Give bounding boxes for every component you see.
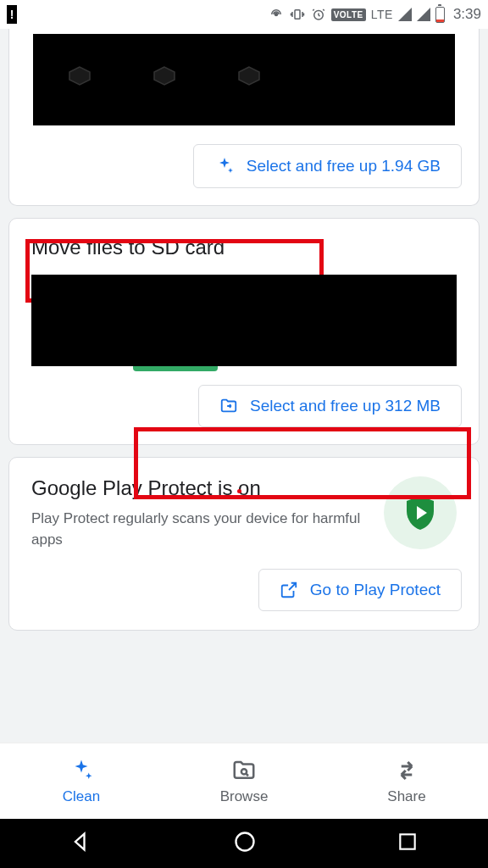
signal-icon-1 [398, 8, 412, 21]
vibrate-icon [289, 7, 306, 22]
clock: 3:39 [453, 6, 481, 23]
nav-clean-label: Clean [63, 788, 100, 805]
sys-home[interactable] [233, 830, 257, 857]
external-link-icon [280, 581, 298, 599]
card-free-up: Select and free up 1.94 GB [8, 29, 480, 206]
sparkle-icon [214, 156, 235, 176]
thumbnail-strip [33, 34, 455, 125]
app-icon [58, 58, 101, 101]
svg-rect-5 [400, 834, 414, 849]
card-move-sd: Move files to SD card Select and free up… [8, 218, 480, 445]
content-scroll: Select and free up 1.94 GB Move files to… [0, 29, 488, 743]
sys-back[interactable] [69, 830, 93, 857]
swap-icon [394, 758, 419, 783]
card-play-protect: Google Play Protect is on Play Protect r… [8, 457, 480, 631]
protect-title: Google Play Protect is on [31, 476, 374, 500]
volte-badge: VOLTE [331, 8, 366, 21]
free-up-button[interactable]: Select and free up 1.94 GB [193, 144, 462, 188]
lte-label: LTE [371, 8, 393, 21]
svg-rect-1 [295, 10, 300, 19]
move-to-folder-icon [219, 397, 238, 415]
sys-recent[interactable] [396, 831, 419, 856]
system-nav [0, 819, 488, 868]
nav-browse[interactable]: Browse [163, 743, 325, 819]
nav-share-label: Share [387, 788, 425, 805]
nav-share[interactable]: Share [325, 743, 488, 819]
card-title: Move files to SD card [9, 219, 479, 275]
folder-search-icon [231, 758, 257, 783]
svg-point-0 [274, 14, 277, 16]
svg-point-4 [236, 833, 253, 851]
nav-clean[interactable]: Clean [0, 743, 163, 819]
signal-icon-2 [417, 8, 430, 21]
hotspot-icon [269, 7, 284, 22]
svg-point-3 [241, 769, 247, 774]
thumbnail-row [31, 275, 457, 366]
battery-icon [435, 7, 445, 23]
nav-browse-label: Browse [220, 788, 269, 805]
annotation-dot [237, 489, 241, 493]
select-free-sd-button[interactable]: Select and free up 312 MB [198, 385, 462, 427]
redacted-thumbnails [31, 275, 457, 366]
app-icon [143, 58, 186, 101]
app-icon [228, 58, 270, 101]
free-up-label: Select and free up 1.94 GB [247, 157, 441, 175]
alarm-icon [311, 7, 326, 22]
go-play-protect-button[interactable]: Go to Play Protect [258, 569, 462, 611]
bottom-nav: Clean Browse Share [0, 743, 488, 819]
status-bar: ! VOLTE LTE 3:39 [0, 0, 488, 29]
select-free-sd-label: Select and free up 312 MB [250, 397, 441, 415]
sparkle-icon [69, 758, 94, 783]
play-protect-shield-icon [384, 476, 457, 549]
go-play-protect-label: Go to Play Protect [310, 581, 441, 599]
protect-desc: Play Protect regularly scans your device… [31, 509, 374, 550]
notification-alert-icon: ! [7, 5, 17, 24]
